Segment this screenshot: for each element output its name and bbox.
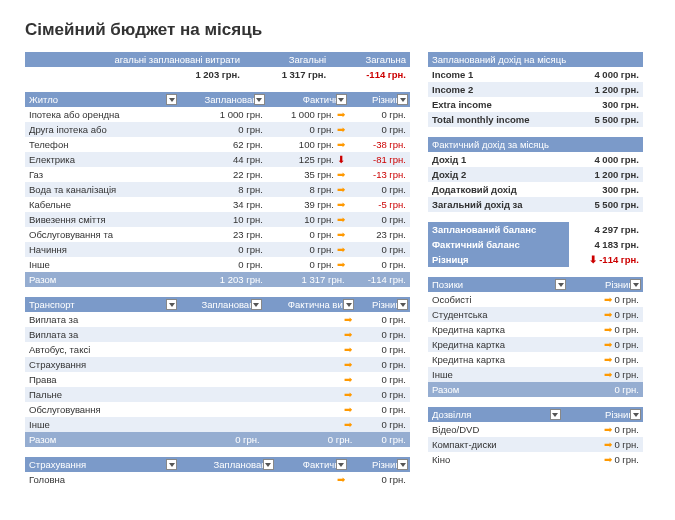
actual-income-table: Фактичний дохід за місяцьДохід 14 000 гр… — [428, 137, 643, 212]
dropdown-icon[interactable] — [166, 299, 177, 310]
table-row: Друга іпотека або0 грн.0 грн. ➡0 грн. — [25, 122, 410, 137]
table-row: Кредитна картка➡ 0 грн. — [428, 352, 643, 367]
dropdown-icon[interactable] — [343, 299, 354, 310]
col-header[interactable]: Запланована — [179, 297, 264, 312]
table-row: Extra income300 грн. — [428, 97, 643, 112]
col-header[interactable]: Дозвілля — [428, 407, 563, 422]
total-label: Разом — [25, 432, 179, 447]
dropdown-icon[interactable] — [397, 94, 408, 105]
table-row: Додатковий дохід300 грн. — [428, 182, 643, 197]
col-header[interactable]: Різниця — [568, 277, 643, 292]
table-row: Дохід 14 000 грн. — [428, 152, 643, 167]
cell-plan — [179, 372, 264, 387]
col-header[interactable]: Житло — [25, 92, 179, 107]
arrow-right-icon: ➡ — [337, 169, 345, 180]
row-label: Кабельне — [25, 197, 179, 212]
row-label: Відео/DVD — [428, 422, 563, 437]
col-overall: Загальна — [330, 52, 410, 67]
table-row: Головна ➡0 грн. — [25, 472, 410, 487]
table-row: Кіно➡ 0 грн. — [428, 452, 643, 467]
planned-income-table: Запланований дохід на місяцьIncome 14 00… — [428, 52, 643, 127]
arrow-right-icon: ➡ — [604, 369, 612, 380]
row-label: Кредитна картка — [428, 337, 568, 352]
arrow-right-icon: ➡ — [337, 124, 345, 135]
cell-diff: 0 грн. — [356, 327, 410, 342]
arrow-right-icon: ➡ — [604, 309, 612, 320]
arrow-right-icon: ➡ — [337, 474, 345, 485]
table-row: Income 14 000 грн. — [428, 67, 643, 82]
balance-row: Фактичний баланс4 183 грн. — [428, 237, 643, 252]
col-header[interactable]: Фактична витр — [264, 297, 357, 312]
cell-plan: 8 грн. — [179, 182, 267, 197]
arrow-right-icon: ➡ — [604, 424, 612, 435]
table-row: Газ22 грн.35 грн. ➡-13 грн. — [25, 167, 410, 182]
leisure-table: ДозвілляРізницяВідео/DVD➡ 0 грн.Компакт-… — [428, 407, 643, 467]
cell-plan — [179, 357, 264, 372]
table-row: Кабельне34 грн.39 грн. ➡-5 грн. — [25, 197, 410, 212]
dropdown-icon[interactable] — [550, 409, 561, 420]
cell-diff: ➡ 0 грн. — [568, 292, 643, 307]
total-diff: -114 грн. — [349, 272, 410, 287]
cell-fact: 35 грн. ➡ — [267, 167, 349, 182]
table-row: Інше➡ 0 грн. — [428, 367, 643, 382]
row-value: 300 грн. — [568, 182, 643, 197]
row-value: 300 грн. — [571, 97, 643, 112]
col-header[interactable]: Різниця — [356, 297, 410, 312]
dropdown-icon[interactable] — [397, 459, 408, 470]
dropdown-icon[interactable] — [397, 299, 408, 310]
arrow-right-icon: ➡ — [337, 244, 345, 255]
dropdown-icon[interactable] — [251, 299, 262, 310]
cell-plan: 0 грн. — [179, 242, 267, 257]
table-row: Страхування ➡0 грн. — [25, 357, 410, 372]
table-row: Компакт-диски➡ 0 грн. — [428, 437, 643, 452]
col-header[interactable]: Позики — [428, 277, 568, 292]
row-label: Вивезення сміття — [25, 212, 179, 227]
cell-diff: -5 грн. — [349, 197, 410, 212]
arrow-right-icon: ➡ — [604, 354, 612, 365]
cell-diff: ➡ 0 грн. — [568, 322, 643, 337]
col-header[interactable]: Запланована — [179, 457, 276, 472]
arrow-right-icon: ➡ — [337, 139, 345, 150]
col-header[interactable]: Різниця — [349, 457, 410, 472]
col-header[interactable]: Фактична — [276, 457, 349, 472]
arrow-right-icon: ➡ — [604, 339, 612, 350]
row-label: Автобус, таксі — [25, 342, 179, 357]
col-header[interactable]: Фактична — [267, 92, 349, 107]
cell-diff: 0 грн. — [356, 372, 410, 387]
row-label: Виплата за — [25, 312, 179, 327]
col-header[interactable]: Запланована — [179, 92, 267, 107]
dropdown-icon[interactable] — [630, 279, 641, 290]
row-value: 1 200 грн. — [571, 82, 643, 97]
cell-plan: 22 грн. — [179, 167, 267, 182]
cell-plan — [179, 402, 264, 417]
balance-value: 4 297 грн. — [569, 222, 643, 237]
cell-diff: 0 грн. — [356, 357, 410, 372]
col-header[interactable]: Різниця — [563, 407, 643, 422]
arrow-right-icon: ➡ — [344, 359, 352, 370]
dropdown-icon[interactable] — [336, 459, 347, 470]
dropdown-icon[interactable] — [254, 94, 265, 105]
dropdown-icon[interactable] — [166, 94, 177, 105]
cell-diff: 0 грн. — [356, 402, 410, 417]
dropdown-icon[interactable] — [166, 459, 177, 470]
col-header[interactable]: Різниця — [349, 92, 410, 107]
dropdown-icon[interactable] — [263, 459, 274, 470]
col-header[interactable]: Страхування — [25, 457, 179, 472]
col-header[interactable]: Транспорт — [25, 297, 179, 312]
row-label: Кредитна картка — [428, 322, 568, 337]
cell-plan — [179, 387, 264, 402]
row-label: Страхування — [25, 357, 179, 372]
arrow-right-icon: ➡ — [604, 324, 612, 335]
arrow-right-icon: ➡ — [337, 199, 345, 210]
dropdown-icon[interactable] — [555, 279, 566, 290]
arrow-right-icon: ➡ — [344, 314, 352, 325]
table-row: Виплата за ➡0 грн. — [25, 327, 410, 342]
table-row: Автобус, таксі ➡0 грн. — [25, 342, 410, 357]
dropdown-icon[interactable] — [336, 94, 347, 105]
balance-value: ⬇ -114 грн. — [569, 252, 643, 267]
row-label: Електрика — [25, 152, 179, 167]
table-row: Дохід 21 200 грн. — [428, 167, 643, 182]
row-label: Пальне — [25, 387, 179, 402]
cell-diff: 0 грн. — [349, 257, 410, 272]
dropdown-icon[interactable] — [630, 409, 641, 420]
